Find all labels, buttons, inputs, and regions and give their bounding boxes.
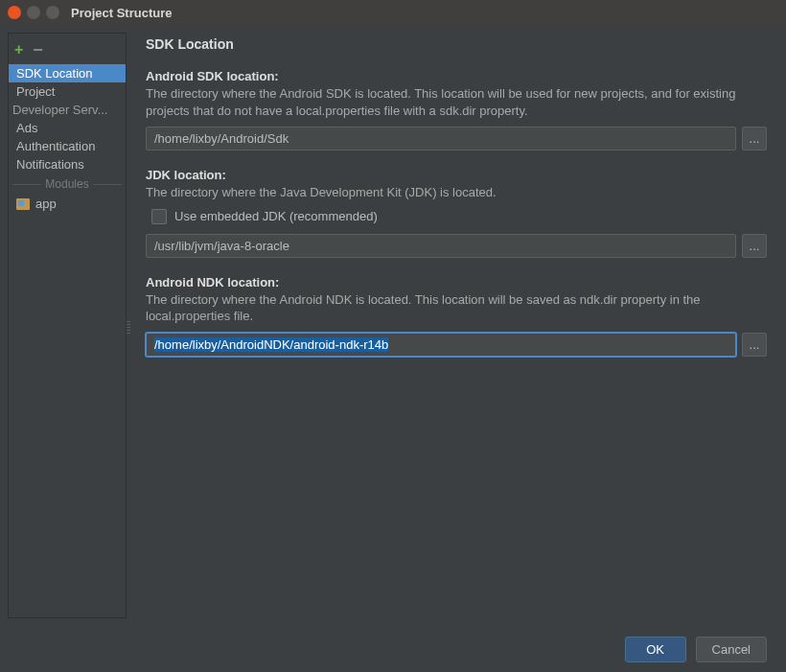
sidebar-item-project[interactable]: Project — [9, 82, 126, 101]
sidebar-module-label: app — [35, 197, 57, 211]
titlebar: Project Structure — [0, 0, 786, 25]
sdk-browse-button[interactable]: ... — [742, 127, 767, 151]
sdk-location-input[interactable] — [146, 127, 736, 151]
sidebar-toolbar: + − — [9, 37, 126, 64]
use-embedded-jdk-row[interactable]: Use embedded JDK (recommended) — [151, 209, 767, 224]
sidebar-item-ads[interactable]: Ads — [9, 119, 126, 137]
splitter-handle-icon[interactable] — [127, 321, 130, 335]
cancel-button[interactable]: Cancel — [696, 637, 767, 662]
checkbox-icon[interactable] — [151, 209, 167, 224]
sidebar-group-developer-services: Developer Serv... — [9, 101, 126, 119]
ndk-location-desc: The directory where the Android NDK is l… — [146, 291, 767, 325]
sidebar-module-app[interactable]: app — [9, 195, 126, 213]
sidebar-item-notifications[interactable]: Notifications — [9, 155, 126, 174]
sidebar: + − SDK Location Project Developer Serv.… — [8, 33, 127, 618]
jdk-browse-button[interactable]: ... — [742, 234, 767, 258]
jdk-location-desc: The directory where the Java Development… — [146, 184, 767, 201]
sidebar-section-modules: Modules — [9, 174, 126, 195]
main-panel: SDK Location Android SDK location: The d… — [127, 25, 786, 626]
jdk-location-input[interactable] — [146, 234, 736, 258]
ok-button[interactable]: OK — [625, 637, 686, 662]
ndk-browse-button[interactable]: ... — [742, 333, 767, 357]
ndk-location-input[interactable] — [146, 333, 736, 357]
page-title: SDK Location — [146, 36, 767, 52]
window-title: Project Structure — [71, 6, 172, 20]
use-embedded-jdk-label: Use embedded JDK (recommended) — [174, 209, 378, 223]
dialog-footer: OK Cancel — [0, 626, 786, 672]
window-close-icon[interactable] — [8, 6, 21, 19]
window-minimize-icon[interactable] — [27, 6, 40, 19]
sdk-location-desc: The directory where the Android SDK is l… — [146, 85, 767, 119]
ndk-location-label: Android NDK location: — [146, 275, 767, 290]
sidebar-item-sdk-location[interactable]: SDK Location — [9, 64, 126, 82]
sdk-location-label: Android SDK location: — [146, 69, 767, 83]
module-icon — [16, 198, 30, 210]
window-maximize-icon[interactable] — [46, 6, 59, 19]
jdk-location-label: JDK location: — [146, 168, 767, 182]
remove-icon[interactable]: − — [33, 41, 43, 58]
add-icon[interactable]: + — [14, 42, 23, 58]
sidebar-item-authentication[interactable]: Authentication — [9, 137, 126, 155]
